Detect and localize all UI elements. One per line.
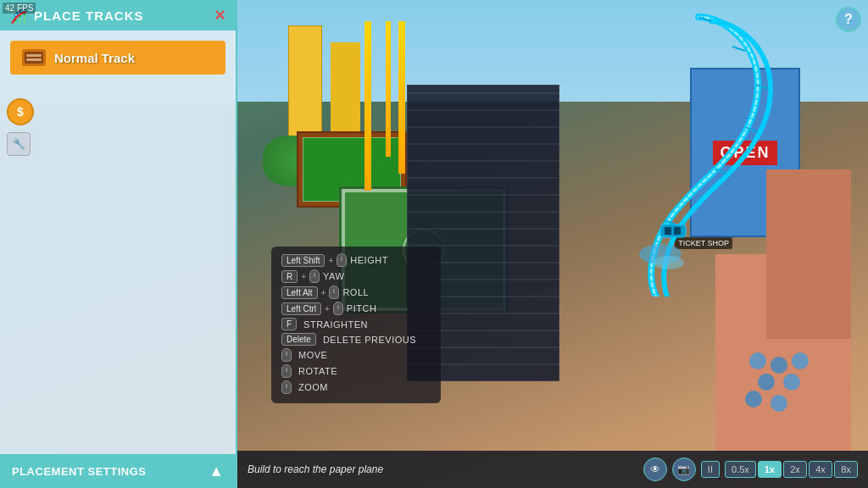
mouse-icon-3 (329, 286, 339, 299)
speed-1x-btn[interactable]: 1x (758, 461, 782, 478)
control-row-roll: Left Alt + ROLL (281, 286, 431, 299)
plus-sign-4: + (325, 304, 330, 313)
control-row-zoom: ZOOM (281, 380, 431, 394)
action-move: MOVE (298, 350, 327, 360)
key-delete: Delete (281, 333, 316, 346)
action-straighten: STRAIGHTEN (303, 319, 368, 330)
control-row-yaw: R + YAW (281, 269, 431, 283)
coin-button[interactable]: $ (7, 98, 34, 125)
hint-text: Build to reach the paper plane (248, 463, 383, 475)
action-roll: ROLL (342, 287, 369, 297)
coaster-pole-3 (386, 21, 391, 157)
screenshot-icon: 📷 (677, 463, 690, 475)
umbrella-area (741, 352, 843, 420)
ticket-shop-sign: TICKET SHOP (675, 237, 732, 249)
action-delete: DELETE PREVIOUS (323, 335, 416, 345)
key-f: F (281, 318, 297, 330)
normal-track-button[interactable]: Normal Track (10, 41, 225, 75)
normal-track-label: Normal Track (54, 51, 135, 65)
control-row-straighten: F STRAIGHTEN (281, 318, 431, 330)
placement-settings-label: PLACEMENT SETTINGS (12, 465, 147, 478)
mouse-icon-rotate (281, 364, 292, 378)
plus-sign-3: + (321, 288, 326, 297)
key-r: R (281, 270, 298, 283)
plus-sign-2: + (301, 272, 306, 281)
view-icons: 👁 📷 (643, 458, 696, 481)
panel-title: PLACE TRACKS (34, 8, 144, 23)
sidebar-content: Normal Track $ 🔧 (0, 30, 236, 454)
controls-overlay: Left Shift + HEIGHT R + YAW Left Alt + R… (271, 247, 441, 403)
pink-building-2 (766, 169, 851, 339)
sidebar-panel: 🎢 PLACE TRACKS × Normal Track $ 🔧 PLACEM… (0, 0, 237, 488)
control-row-move: MOVE (281, 348, 431, 362)
speed-controls: 👁 📷 II 0.5x 1x 2x 4x 8x (643, 458, 858, 481)
control-row-height: Left Shift + HEIGHT (281, 253, 431, 267)
coaster-pole-1 (364, 21, 371, 191)
speed-group: 0.5x 1x 2x 4x 8x (725, 461, 858, 478)
camera-view-btn[interactable]: 👁 (643, 458, 667, 481)
tool-button[interactable]: 🔧 (7, 132, 31, 156)
speed-05x-btn[interactable]: 0.5x (725, 461, 756, 478)
mouse-icon-move (281, 348, 292, 362)
track-shape (25, 52, 43, 64)
coaster-pole-2 (398, 21, 405, 174)
umbrella-2 (771, 357, 787, 374)
bottom-bar: Build to reach the paper plane 👁 📷 II 0.… (237, 451, 868, 488)
mouse-icon-1 (337, 253, 347, 267)
plus-sign-1: + (328, 256, 333, 265)
action-height: HEIGHT (350, 255, 388, 265)
mouse-icon-2 (309, 269, 320, 283)
key-leftshift: Left Shift (281, 254, 325, 267)
speed-4x-btn[interactable]: 4x (809, 461, 832, 478)
placement-footer: PLACEMENT SETTINGS ▲ (0, 454, 236, 488)
control-row-delete: Delete DELETE PREVIOUS (281, 333, 431, 346)
mouse-icon-zoom (281, 380, 292, 394)
help-icon: ? (844, 12, 853, 27)
screenshot-btn[interactable]: 📷 (672, 458, 696, 481)
speed-2x-btn[interactable]: 2x (783, 461, 807, 478)
wrench-icon: 🔧 (13, 138, 25, 150)
action-yaw: YAW (323, 271, 344, 281)
umbrella-5 (783, 374, 800, 391)
umbrella-4 (758, 374, 775, 391)
fps-counter: 42 FPS (3, 3, 36, 14)
speed-8x-btn[interactable]: 8x (834, 461, 858, 478)
arrow-up-icon[interactable]: ▲ (209, 463, 224, 480)
umbrella-6 (745, 391, 762, 408)
open-sign: OPEN (713, 141, 776, 165)
mouse-icon-4 (333, 302, 343, 315)
key-leftalt: Left Alt (281, 286, 318, 299)
umbrella-7 (771, 395, 787, 412)
action-rotate: ROTATE (298, 366, 337, 376)
help-button[interactable]: ? (836, 7, 861, 32)
control-row-rotate: ROTATE (281, 364, 431, 378)
pause-button[interactable]: II (701, 461, 720, 478)
action-pitch: PITCH (347, 303, 377, 313)
track-type-icon (22, 49, 46, 66)
close-button[interactable]: × (214, 6, 225, 25)
umbrella-1 (749, 352, 766, 369)
camera-icon: 👁 (650, 463, 660, 475)
control-row-pitch: Left Ctrl + PITCH (281, 302, 431, 315)
action-zoom: ZOOM (298, 382, 328, 392)
coin-icon: $ (17, 105, 24, 119)
key-leftctrl: Left Ctrl (281, 302, 321, 315)
umbrella-3 (792, 352, 809, 369)
